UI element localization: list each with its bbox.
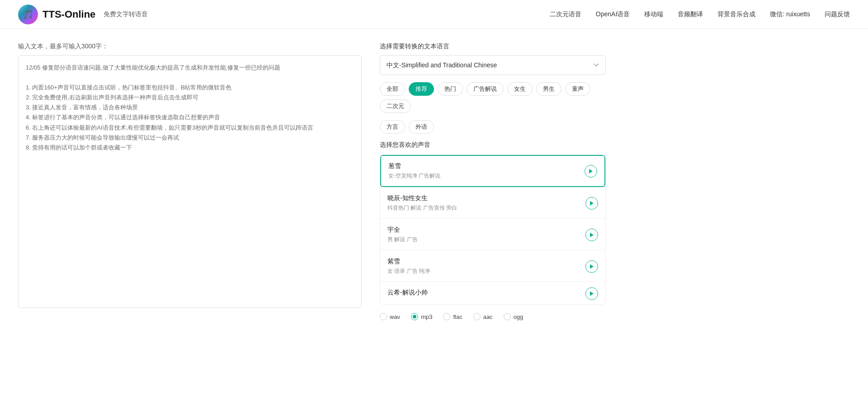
voice-desc-xiaochen: 抖音热门 解说 广告宣传 旁白 — [387, 204, 457, 212]
voice-card-zixue[interactable]: 紫雪 女 语录 广告 纯净 — [380, 251, 605, 282]
right-panel: 选择需要转换的文本语言 中文-Simplified and Traditiona… — [380, 42, 606, 320]
header: 🎵 TTS-Online 免费文字转语音 二次元语音 OpenAI语音 移动端 … — [0, 0, 868, 29]
format-mp3-label: mp3 — [421, 313, 432, 320]
text-input[interactable] — [18, 55, 362, 308]
voice-name-yuquan: 宇全 — [387, 226, 418, 234]
voice-card-yunxi[interactable]: 云希-解说小帅 — [380, 283, 605, 304]
left-panel: 输入文本，最多可输入3000字： — [18, 42, 362, 320]
voice-name-yunxi: 云希-解说小帅 — [387, 289, 428, 297]
tag-foreign[interactable]: 外语 — [409, 120, 434, 134]
format-wav-label: wav — [390, 313, 400, 320]
tag-female[interactable]: 女生 — [507, 82, 533, 96]
format-ogg-label: ogg — [514, 313, 524, 320]
app-name: TTS-Online — [42, 9, 95, 20]
tag-group-row2: 方言 外语 — [380, 120, 606, 134]
logo-icon: 🎵 — [18, 5, 38, 24]
format-aac[interactable]: aac — [473, 313, 493, 320]
voice-section-label: 选择您喜欢的声音 — [380, 141, 606, 149]
voice-desc-yuquan: 男 解说 广告 — [387, 236, 418, 243]
logo: 🎵 TTS-Online 免费文字转语音 — [18, 5, 148, 24]
voice-list: 葱雪 女-空灵纯净 广告解说 晓辰-知性女生 抖音热门 解说 广告宣传 旁白 — [380, 154, 606, 305]
voice-desc-zixue: 女 语录 广告 纯净 — [387, 267, 430, 275]
tag-hot[interactable]: 热门 — [438, 82, 463, 96]
nav-mobile[interactable]: 移动端 — [644, 10, 663, 19]
voice-name-congxue: 葱雪 — [388, 162, 440, 170]
input-label: 输入文本，最多可输入3000字： — [18, 42, 362, 51]
nav-audio-translate[interactable]: 音频翻译 — [678, 10, 703, 19]
play-btn-xiaochen[interactable] — [585, 197, 598, 210]
format-wav[interactable]: wav — [380, 313, 400, 320]
format-ogg[interactable]: ogg — [504, 313, 524, 320]
nav-bgm[interactable]: 背景音乐合成 — [717, 10, 755, 19]
main-nav: 二次元语音 OpenAI语音 移动端 音频翻译 背景音乐合成 微信: ruixu… — [550, 10, 850, 19]
format-flac-label: flac — [453, 313, 462, 320]
tag-recommended[interactable]: 推荐 — [409, 82, 434, 96]
voice-card-yuquan[interactable]: 宇全 男 解说 广告 — [380, 220, 605, 250]
play-btn-congxue[interactable] — [585, 165, 597, 178]
voice-name-zixue: 紫雪 — [387, 257, 430, 266]
nav-openai[interactable]: OpenAI语音 — [596, 10, 630, 19]
play-btn-yunxi[interactable] — [585, 287, 598, 300]
tag-group-row1: 全部 推荐 热门 广告解说 女生 男生 童声 二次元 — [380, 82, 606, 113]
voice-name-xiaochen: 晓辰-知性女生 — [387, 194, 457, 202]
language-select[interactable]: 中文-Simplified and Traditional ChineseEng… — [380, 55, 606, 75]
format-aac-label: aac — [483, 313, 493, 320]
tag-ad[interactable]: 广告解说 — [467, 82, 504, 96]
voice-card-xiaochen[interactable]: 晓辰-知性女生 抖音热门 解说 广告宣传 旁白 — [380, 188, 605, 219]
nav-feedback[interactable]: 问题反馈 — [825, 10, 850, 19]
tag-dialect[interactable]: 方言 — [380, 120, 405, 134]
app-subtitle: 免费文字转语音 — [104, 10, 148, 19]
format-options: wav mp3 flac aac ogg — [380, 313, 606, 320]
voice-desc-congxue: 女-空灵纯净 广告解说 — [388, 172, 440, 180]
main-content: 输入文本，最多可输入3000字： 选择需要转换的文本语言 中文-Simplifi… — [0, 29, 868, 334]
tag-all[interactable]: 全部 — [380, 82, 405, 96]
lang-section-label: 选择需要转换的文本语言 — [380, 42, 606, 51]
nav-anime[interactable]: 二次元语音 — [550, 10, 581, 19]
play-btn-yuquan[interactable] — [585, 229, 598, 241]
tag-child[interactable]: 童声 — [565, 82, 590, 96]
play-btn-zixue[interactable] — [585, 260, 598, 273]
tag-anime[interactable]: 二次元 — [380, 99, 411, 113]
format-flac[interactable]: flac — [443, 313, 462, 320]
voice-card-congxue[interactable]: 葱雪 女-空灵纯净 广告解说 — [380, 155, 605, 187]
format-mp3[interactable]: mp3 — [411, 313, 432, 320]
nav-wechat[interactable]: 微信: ruixuetts — [770, 10, 810, 19]
tag-male[interactable]: 男生 — [536, 82, 561, 96]
